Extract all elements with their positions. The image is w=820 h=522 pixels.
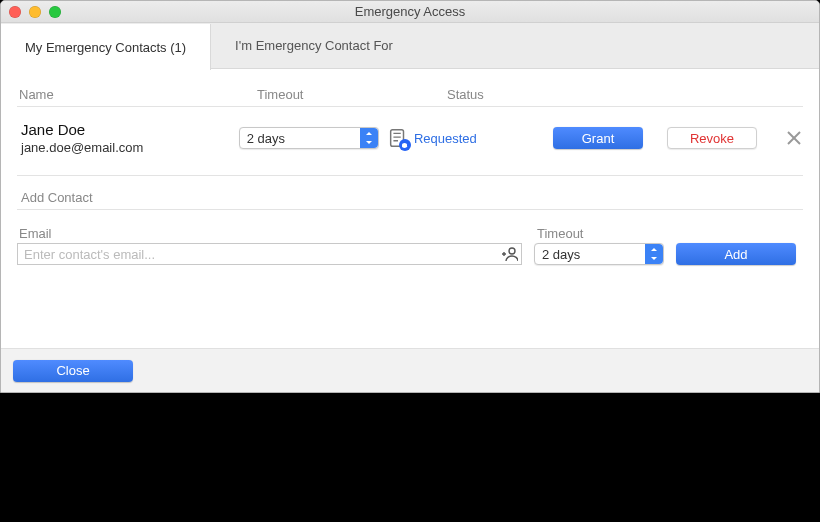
add-button[interactable]: Add: [676, 243, 796, 265]
close-window-icon[interactable]: [9, 6, 21, 18]
add-row-labels: Email Timeout: [17, 210, 803, 243]
zoom-window-icon[interactable]: [49, 6, 61, 18]
remove-contact-icon[interactable]: [785, 129, 803, 147]
header-name: Name: [17, 87, 257, 102]
content-area: Name Timeout Status Jane Doe jane.doe@em…: [1, 69, 819, 287]
contact-row: Jane Doe jane.doe@email.com 2 days Reque…: [17, 107, 803, 175]
timeout-label: Timeout: [537, 226, 677, 241]
tabstrip: My Emergency Contacts (1) I'm Emergency …: [1, 23, 819, 69]
email-label: Email: [17, 226, 537, 241]
header-timeout: Timeout: [257, 87, 447, 102]
window-titlebar: Emergency Access: [1, 1, 819, 23]
window-title: Emergency Access: [1, 4, 819, 19]
email-field[interactable]: [17, 243, 522, 265]
stepper-icon: [360, 128, 378, 148]
minimize-window-icon[interactable]: [29, 6, 41, 18]
timeout-select-value: 2 days: [247, 131, 285, 146]
close-button[interactable]: Close: [13, 360, 133, 382]
svg-point-6: [509, 248, 515, 254]
tab-im-emergency-contact-for[interactable]: I'm Emergency Contact For: [211, 23, 417, 68]
emergency-access-window: Emergency Access My Emergency Contacts (…: [0, 0, 820, 393]
window-traffic-lights: [9, 6, 61, 18]
add-person-icon[interactable]: [502, 246, 518, 262]
add-timeout-select[interactable]: 2 days: [534, 243, 664, 265]
contact-email: jane.doe@email.com: [21, 140, 239, 155]
stepper-icon: [645, 244, 663, 264]
add-contact-row: 2 days Add: [17, 243, 803, 287]
column-headers: Name Timeout Status: [17, 69, 803, 106]
status-value: Requested: [414, 131, 477, 146]
revoke-button[interactable]: Revoke: [667, 127, 757, 149]
bell-badge-icon: [399, 139, 411, 151]
tab-my-emergency-contacts[interactable]: My Emergency Contacts (1): [1, 24, 211, 70]
contact-name: Jane Doe: [21, 121, 239, 138]
grant-button[interactable]: Grant: [553, 127, 643, 149]
dialog-footer: Close: [1, 348, 819, 392]
contact-identity: Jane Doe jane.doe@email.com: [17, 121, 239, 155]
header-status: Status: [447, 87, 803, 102]
add-contact-heading: Add Contact: [17, 176, 803, 209]
add-timeout-select-value: 2 days: [542, 247, 580, 262]
timeout-select[interactable]: 2 days: [239, 127, 379, 149]
reminder-icon[interactable]: [387, 127, 409, 149]
